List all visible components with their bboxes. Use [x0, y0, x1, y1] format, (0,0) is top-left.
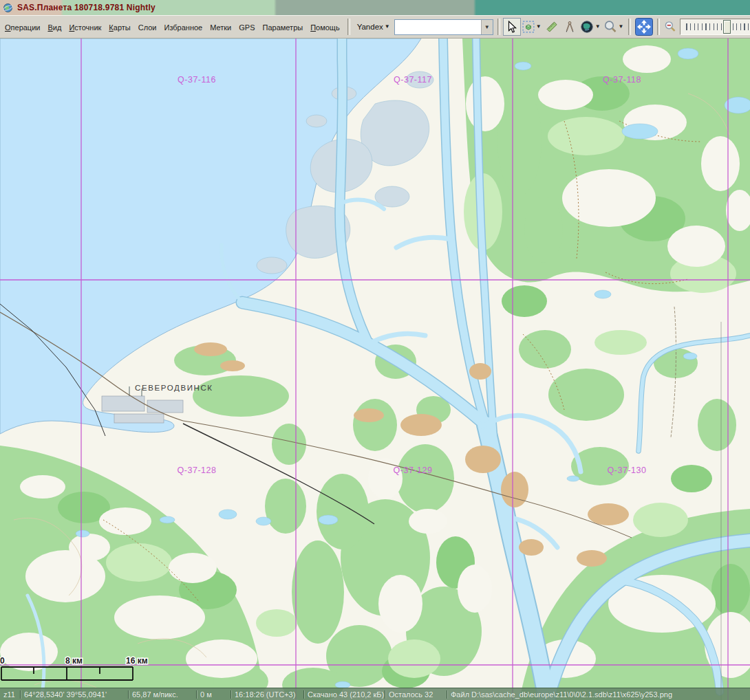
fullscreen-button[interactable] [634, 18, 654, 36]
status-downloaded: Скачано 43 (210,2 кБ) [304, 690, 385, 699]
search-input[interactable] [395, 20, 481, 34]
sheet-label: Q-37-130 [608, 466, 647, 475]
sheet-label: Q-37-116 [178, 75, 216, 85]
window-title: SAS.Планета 180718.9781 Nightly [17, 3, 156, 12]
sheet-label: Q-37-117 [394, 75, 432, 85]
map-source-label: Yandex [357, 23, 383, 31]
goto-globe-tool[interactable]: ▼ [579, 18, 602, 36]
selection-box-icon [522, 21, 535, 33]
sas-planet-window: SAS.Планета 180718.9781 Nightly Операции… [0, 0, 750, 700]
combo-dropdown-button[interactable]: ▼ [481, 20, 493, 34]
chevron-down-icon: ▼ [619, 24, 624, 30]
selection-manager-tool[interactable]: ▼ [521, 18, 543, 36]
toolbar-separator [628, 19, 631, 35]
menu-options[interactable]: Параметры [260, 21, 306, 34]
menu-placemarks[interactable]: Метки [207, 21, 234, 34]
menu-maps[interactable]: Карты [106, 21, 133, 34]
ruler-icon [546, 21, 558, 33]
zoom-slider-ticks [683, 23, 750, 30]
toolbar-separator [347, 19, 350, 35]
menu-view[interactable]: Вид [45, 21, 64, 34]
sheet-label: Q-37-129 [394, 466, 433, 475]
status-coordinates: 64°28,5340' 39°55,0941' [21, 690, 129, 699]
toolbar-separator [497, 19, 500, 35]
globe-icon [580, 20, 594, 34]
app-globe-icon [3, 3, 13, 13]
fullscreen-arrows-icon [635, 18, 653, 36]
compass-divider-icon [564, 21, 576, 33]
map-source-button[interactable]: Yandex ▼ [353, 19, 394, 35]
menu-layers[interactable]: Слои [136, 21, 160, 34]
status-elevation: 0 м [197, 690, 231, 699]
window-titlebar[interactable]: SAS.Планета 180718.9781 Nightly [0, 0, 750, 15]
chevron-down-icon: ▼ [595, 24, 601, 30]
pan-cursor-tool[interactable] [503, 18, 521, 36]
status-zoom-level: z11 [0, 690, 21, 699]
city-label: СЕВЕРОДВИНСК [135, 384, 213, 392]
search-combobox[interactable]: ▼ [394, 19, 493, 35]
cursor-arrow-icon [506, 21, 518, 33]
zoom-slider-thumb[interactable] [723, 20, 731, 34]
status-time: 16:18:26 (UTC+3) [231, 690, 304, 699]
ruler-tool[interactable] [543, 18, 561, 36]
scalebar-mid: 8 км [65, 656, 83, 666]
search-magnifier-tool[interactable]: ▼ [602, 18, 625, 36]
status-remaining: Осталось 32 [385, 690, 447, 699]
map-viewport[interactable]: Q-37-116 Q-37-117 Q-37-118 Q-37-128 Q-37… [0, 39, 750, 700]
menu-gps[interactable]: GPS [236, 21, 257, 34]
menu-favorites[interactable]: Избранное [161, 21, 205, 34]
status-scale: 65,87 м/пикс. [129, 690, 197, 699]
menu-source[interactable]: Источник [66, 21, 104, 34]
chevron-down-icon: ▼ [385, 24, 390, 30]
chevron-down-icon: ▼ [536, 24, 542, 30]
menu-operations[interactable]: Операции [2, 21, 43, 34]
scalebar-end: 16 км [126, 656, 148, 666]
sheet-label: Q-37-128 [178, 466, 217, 475]
toolbar-separator [657, 19, 660, 35]
menubar: ОперацииВидИсточникКартыСлоиИзбранноеМет… [2, 21, 345, 34]
magnifier-icon [603, 20, 617, 34]
zoom-out-icon [664, 21, 676, 33]
menu-help[interactable]: Помощь [308, 21, 343, 34]
scalebar-zero: 0 [0, 656, 5, 666]
sheet-label: Q-37-118 [603, 75, 641, 85]
main-toolbar: ОперацииВидИсточникКартыСлоиИзбранноеМет… [0, 15, 750, 39]
zoom-out-button[interactable] [663, 18, 678, 36]
statusbar: z11 64°28,5340' 39°55,0941' 65,87 м/пикс… [0, 688, 750, 700]
zoom-slider[interactable] [680, 19, 750, 35]
distance-measure-tool[interactable] [561, 18, 579, 36]
map-svg: Q-37-116 Q-37-117 Q-37-118 Q-37-128 Q-37… [0, 39, 750, 700]
status-file-path: Файл D:\sas\cache_db\europe\z11\0\0\2.1.… [447, 690, 750, 699]
